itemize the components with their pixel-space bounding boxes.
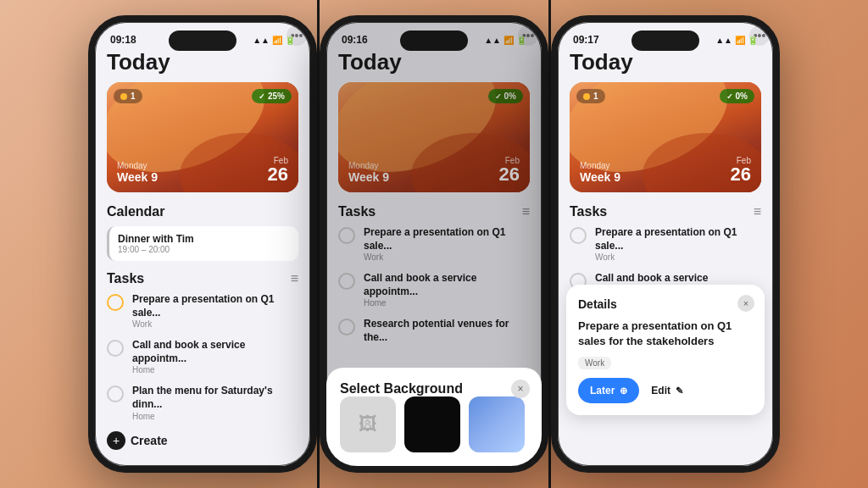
edit-button-3[interactable]: Edit ✎ <box>646 378 688 403</box>
details-actions-3: Later ⊕ Edit ✎ <box>578 378 753 403</box>
tasks-section-header-1: Tasks ≡ <box>107 271 298 286</box>
badge-dot-1 <box>120 93 127 100</box>
bg-option-gradient-2[interactable] <box>469 396 525 452</box>
page-title-1: Today <box>107 49 170 75</box>
event-title-1: Dinner with Tim <box>118 233 290 245</box>
details-task-title-3: Prepare a presentation on Q1 sales for t… <box>578 319 753 349</box>
status-time-1: 09:18 <box>110 34 136 46</box>
later-button-3[interactable]: Later ⊕ <box>578 378 639 403</box>
progress-badge-1: ✓ 25% <box>252 89 292 103</box>
wifi-icon-3: 📶 <box>735 36 745 45</box>
bg-select-modal-2: Select Background × 🖼 <box>326 368 542 466</box>
status-icons-1: ▲▲ 📶 🔋 <box>253 36 295 45</box>
task-count-badge-1: 1 <box>114 89 142 103</box>
card-date-1: 26 <box>268 165 288 184</box>
card-bottom-1: Monday Week 9 Feb 26 <box>117 156 288 184</box>
task-item-1-2[interactable]: Plan the menu for Saturday's dinn... Hom… <box>107 385 298 420</box>
task-circle-1-2 <box>107 385 124 402</box>
later-label-3: Later <box>590 385 615 396</box>
card-bottom-3: Monday Week 9 Feb 26 <box>580 156 751 184</box>
signal-icon-3: ▲▲ <box>715 36 732 45</box>
task-item-1-1[interactable]: Call and book a service appointm... Home <box>107 339 298 374</box>
details-modal-title-3: Details <box>578 297 617 311</box>
task-count-badge-3: 1 <box>576 89 605 103</box>
image-placeholder-icon-2: 🖼 <box>359 413 377 435</box>
badge-dot-3 <box>583 93 590 100</box>
task-item-1-0[interactable]: Prepare a presentation on Q1 sale... Wor… <box>107 293 298 329</box>
dynamic-island-3 <box>632 30 699 51</box>
task-sub-1-0: Work <box>132 319 298 329</box>
bg-options-2: 🖼 <box>340 396 528 452</box>
battery-icon-1: 🔋 <box>285 36 295 45</box>
tasks-title-1: Tasks <box>107 271 144 286</box>
task-circle-1-0 <box>107 294 124 311</box>
edit-icon-3: ✎ <box>676 385 683 396</box>
create-label-1: Create <box>131 434 168 447</box>
phone-3: 09:17 ▲▲ 📶 🔋 Today ••• 1 ✓ 0% Monday <box>551 15 780 473</box>
phone-1: 09:18 ▲▲ 📶 🔋 Today ••• 1 ✓ 25% Monday <box>88 15 317 473</box>
battery-icon-3: 🔋 <box>748 36 758 45</box>
task-circle-1-1 <box>107 340 124 357</box>
details-modal-3: Details × Prepare a presentation on Q1 s… <box>566 285 765 415</box>
page-title-3: Today <box>570 49 633 75</box>
calendar-title-1: Calendar <box>107 204 164 219</box>
modal-title-2: Select Background <box>340 381 463 396</box>
modal-close-button-2[interactable]: × <box>511 380 530 398</box>
card-week-1: Week 9 <box>117 170 158 184</box>
event-time-1: 19:00 – 20:00 <box>118 245 290 254</box>
card-week-3: Week 9 <box>580 170 620 184</box>
phone-1-content: Today ••• 1 ✓ 25% Monday Week 9 Feb 26 <box>95 49 310 456</box>
card-day-1: Monday <box>117 161 158 170</box>
header-card-1: 1 ✓ 25% Monday Week 9 Feb 26 <box>107 82 298 192</box>
task-item-3-0[interactable]: Prepare a presentation on Q1 sale... Wor… <box>570 226 761 262</box>
card-date-3: 26 <box>731 165 751 184</box>
tasks-section-header-3: Tasks ≡ <box>570 204 761 219</box>
wifi-icon-1: 📶 <box>272 36 282 45</box>
tasks-title-3: Tasks <box>570 204 607 219</box>
bg-option-placeholder-2[interactable]: 🖼 <box>340 396 396 452</box>
tasks-filter-icon-1[interactable]: ≡ <box>291 271 298 286</box>
task-sub-1-1: Home <box>132 365 298 374</box>
tasks-filter-icon-3[interactable]: ≡ <box>754 204 761 219</box>
signal-icon-1: ▲▲ <box>253 36 270 45</box>
details-tag-3: Work <box>578 357 611 369</box>
dynamic-island-1 <box>169 30 236 51</box>
task-text-1-2: Plan the menu for Saturday's dinn... <box>132 385 298 411</box>
task-sub-1-2: Home <box>132 412 298 421</box>
progress-badge-3: ✓ 0% <box>720 89 754 103</box>
create-plus-icon-1: + <box>107 431 125 450</box>
task-text-3-0: Prepare a presentation on Q1 sale... <box>595 226 761 252</box>
task-text-1-1: Call and book a service appointm... <box>132 339 298 365</box>
create-button-1[interactable]: + Create <box>107 431 298 450</box>
calendar-event-1[interactable]: Dinner with Tim 19:00 – 20:00 <box>107 226 298 261</box>
task-sub-3-0: Work <box>595 252 761 262</box>
bg-option-dark-2[interactable] <box>404 396 460 452</box>
header-card-3: 1 ✓ 0% Monday Week 9 Feb 26 <box>570 82 761 192</box>
status-time-3: 09:17 <box>573 34 599 46</box>
phone-2: 09:16 ▲▲ 📶 🔋 Today ••• ✓ 0% Monday Week … <box>320 15 548 473</box>
details-close-button-3[interactable]: × <box>737 295 754 312</box>
card-day-3: Monday <box>580 161 620 170</box>
later-icon-3: ⊕ <box>620 385 627 396</box>
status-icons-3: ▲▲ 📶 🔋 <box>715 36 758 45</box>
edit-label-3: Edit <box>651 385 670 396</box>
calendar-section-header-1: Calendar <box>107 204 298 219</box>
task-text-1-0: Prepare a presentation on Q1 sale... <box>132 293 298 319</box>
task-circle-3-0 <box>570 227 587 244</box>
